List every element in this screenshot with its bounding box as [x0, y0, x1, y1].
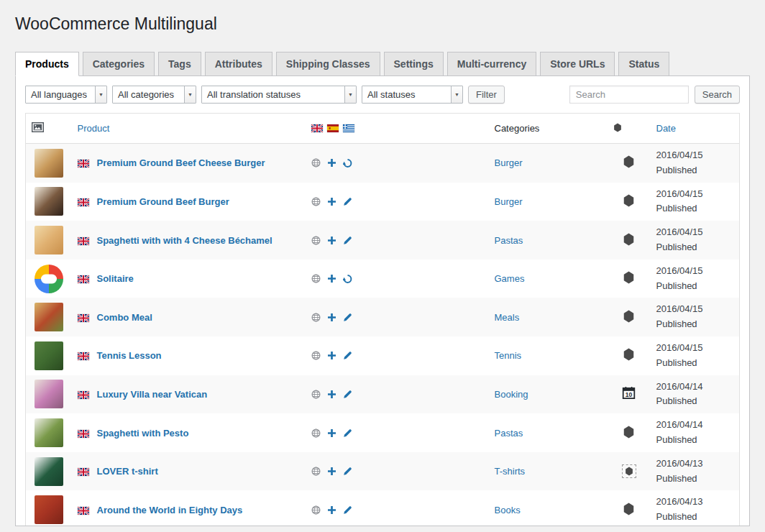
- category-link[interactable]: Books: [495, 505, 521, 515]
- add-translation-icon[interactable]: [327, 313, 336, 322]
- table-row: Luxury Villa near Vatican Booking 10 201…: [26, 375, 740, 414]
- tab-categories[interactable]: Categories: [83, 52, 155, 76]
- product-name-link[interactable]: Spaghetti with with 4 Cheese Béchamel: [97, 235, 272, 246]
- product-name-link[interactable]: Solitaire: [97, 273, 134, 284]
- product-status: Published: [656, 473, 697, 484]
- flag-en-icon: [311, 124, 323, 132]
- product-name-link[interactable]: Around the World in Eighty Days: [97, 505, 243, 515]
- table-row: Solitaire Games 2016/04/15Published: [26, 260, 740, 298]
- product-thumbnail: [35, 457, 63, 486]
- add-translation-icon[interactable]: [327, 197, 336, 206]
- add-translation-icon[interactable]: [327, 505, 336, 515]
- edit-translation-icon[interactable]: [343, 351, 352, 360]
- globe-icon: [311, 197, 321, 206]
- update-translation-icon[interactable]: [343, 274, 352, 284]
- tab-products[interactable]: Products: [15, 52, 79, 76]
- tab-tags[interactable]: Tags: [158, 52, 201, 76]
- simple-product-hexagon-icon: [623, 310, 635, 323]
- original-language-flag-icon: [78, 352, 89, 360]
- translation-status-icons: [311, 351, 483, 360]
- edit-translation-icon[interactable]: [343, 197, 352, 206]
- page-title: WooCommerce Multilingual: [15, 7, 750, 42]
- category-filter-select[interactable]: All categories▼: [112, 86, 196, 104]
- product-date: 2016/04/15: [656, 150, 703, 160]
- post-status-filter-selected-value: All statuses: [362, 89, 420, 100]
- add-translation-icon[interactable]: [327, 390, 336, 399]
- product-name-link[interactable]: LOVER t-shirt: [97, 466, 158, 477]
- update-translation-icon[interactable]: [343, 158, 352, 168]
- page: WooCommerce Multilingual ProductsCategor…: [0, 0, 765, 526]
- category-link[interactable]: Booking: [495, 389, 528, 400]
- simple-product-hexagon-icon: [623, 426, 635, 439]
- tab-status[interactable]: Status: [618, 52, 669, 76]
- search-input[interactable]: [569, 86, 689, 104]
- category-link[interactable]: T-shirts: [495, 466, 526, 477]
- product-date: 2016/04/15: [656, 226, 703, 237]
- edit-translation-icon[interactable]: [343, 313, 352, 322]
- search-area: Search: [569, 86, 740, 104]
- product-date: 2016/04/15: [656, 303, 703, 314]
- tab-attributes[interactable]: Attributes: [205, 52, 272, 76]
- category-link[interactable]: Games: [495, 273, 525, 284]
- product-thumbnail: [35, 303, 63, 331]
- add-translation-icon[interactable]: [327, 428, 336, 438]
- post-status-filter-select[interactable]: All statuses▼: [362, 86, 463, 104]
- filter-button[interactable]: Filter: [468, 86, 505, 104]
- flag-el-icon: [343, 124, 354, 132]
- translation-status-icons: [311, 505, 483, 515]
- product-name-link[interactable]: Premium Ground Beef Cheese Burger: [97, 157, 265, 168]
- image-icon: [32, 122, 44, 132]
- add-translation-icon[interactable]: [327, 467, 336, 476]
- product-name-link[interactable]: Luxury Villa near Vatican: [97, 389, 208, 400]
- category-link[interactable]: Pastas: [495, 428, 523, 439]
- translation-status-icons: [311, 390, 483, 399]
- tab-store-urls[interactable]: Store URLs: [540, 52, 615, 76]
- translation-status-filter-select[interactable]: All translation statuses▼: [201, 86, 357, 104]
- edit-translation-icon[interactable]: [343, 505, 352, 515]
- add-translation-icon[interactable]: [327, 236, 336, 245]
- table-row: Premium Ground Beef Burger Burger 2016/0…: [26, 183, 740, 221]
- product-status: Published: [656, 511, 697, 522]
- filter-selects: All languages▼All categories▼All transla…: [25, 86, 463, 104]
- globe-icon: [311, 158, 321, 168]
- product-column-sort-link[interactable]: Product: [78, 123, 110, 134]
- edit-translation-icon[interactable]: [343, 390, 352, 399]
- tab-settings[interactable]: Settings: [384, 52, 444, 76]
- product-name-link[interactable]: Tennis Lesson: [97, 350, 162, 361]
- tab-multi-currency[interactable]: Multi-currency: [447, 52, 536, 76]
- product-status: Published: [656, 434, 697, 445]
- table-row: Premium Ground Beef Cheese Burger Burger…: [26, 144, 740, 183]
- edit-translation-icon[interactable]: [343, 236, 352, 245]
- category-link[interactable]: Meals: [495, 312, 520, 323]
- hexagon-icon: [613, 123, 622, 132]
- image-column-header: [26, 114, 72, 144]
- simple-product-hexagon-icon: [623, 348, 635, 361]
- category-link[interactable]: Burger: [495, 196, 523, 207]
- dropdown-arrow-icon: ▼: [344, 86, 356, 103]
- table-row: Combo Meal Meals 2016/04/15Published: [26, 298, 740, 336]
- translation-status-icons: [311, 274, 483, 284]
- products-table: Product Categories Date Premium Ground B…: [25, 113, 740, 526]
- category-link[interactable]: Burger: [495, 157, 523, 168]
- simple-product-hexagon-icon: [623, 155, 635, 168]
- original-language-flag-icon: [78, 237, 89, 245]
- category-link[interactable]: Tennis: [495, 350, 522, 361]
- edit-translation-icon[interactable]: [343, 467, 352, 476]
- date-column-sort-link[interactable]: Date: [656, 123, 676, 134]
- add-translation-icon[interactable]: [327, 158, 336, 168]
- language-filter-select[interactable]: All languages▼: [25, 86, 107, 104]
- original-language-flag-icon: [78, 391, 89, 399]
- add-translation-icon[interactable]: [327, 274, 336, 283]
- globe-icon: [311, 236, 321, 245]
- product-thumbnail: [35, 380, 63, 408]
- tab-shipping-classes[interactable]: Shipping Classes: [276, 52, 380, 76]
- search-button[interactable]: Search: [695, 86, 740, 104]
- add-translation-icon[interactable]: [327, 351, 336, 360]
- edit-translation-icon[interactable]: [343, 428, 352, 438]
- original-language-flag-icon: [78, 314, 89, 322]
- product-name-link[interactable]: Combo Meal: [97, 312, 152, 323]
- category-link[interactable]: Pastas: [495, 235, 523, 246]
- product-name-link[interactable]: Spaghetti with Pesto: [97, 428, 189, 439]
- booking-product-calendar-icon: 10: [622, 386, 636, 400]
- product-name-link[interactable]: Premium Ground Beef Burger: [97, 196, 229, 207]
